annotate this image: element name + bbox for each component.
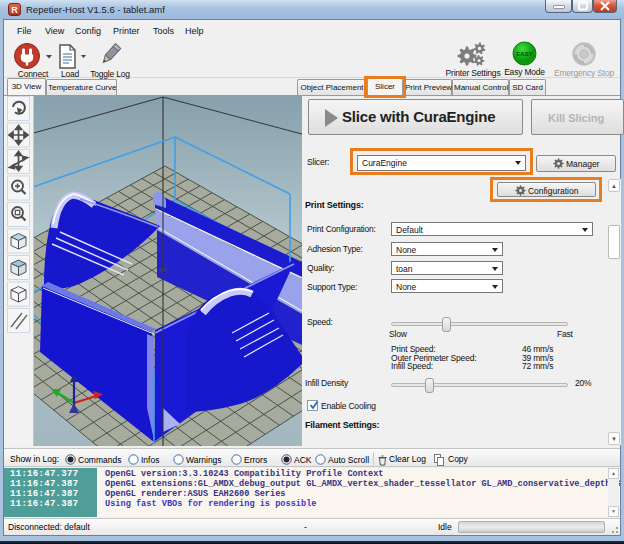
svg-text:EASY: EASY (516, 51, 532, 57)
